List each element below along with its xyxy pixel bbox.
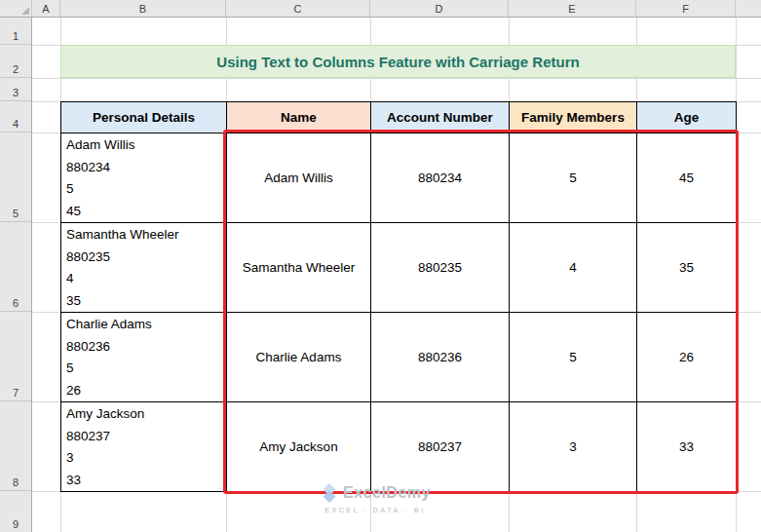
exceldemy-logo-icon (320, 482, 339, 504)
row-header-9[interactable]: 9 (0, 491, 31, 532)
watermark-tagline: EXCEL · DATA · BI (287, 507, 463, 513)
column-header-b[interactable]: B (60, 0, 226, 17)
column-header-f[interactable]: F (636, 0, 736, 17)
row-header-8[interactable]: 8 (0, 401, 31, 491)
cells-area: Using Text to Columns Feature with Carri… (32, 18, 761, 532)
row-header-4[interactable]: 4 (0, 101, 31, 133)
cell-personal-details-0[interactable]: Adam Willis 880234 5 45 (61, 133, 227, 223)
row-header-2[interactable]: 2 (0, 45, 31, 78)
table-header-personal-details[interactable]: Personal Details (61, 102, 227, 133)
column-header-a[interactable]: A (32, 0, 60, 17)
select-all-triangle-icon (21, 7, 29, 15)
column-header-d[interactable]: D (370, 0, 509, 17)
watermark: ExcelDemy EXCEL · DATA · BI (287, 482, 463, 513)
cell-personal-details-3[interactable]: Amy Jackson 880237 3 33 (61, 402, 227, 492)
cell-personal-details-1[interactable]: Samantha Wheeler 880235 4 35 (61, 223, 227, 313)
gridline (32, 78, 761, 79)
row-header-strip: 1 2 3 4 5 6 7 8 9 (0, 18, 32, 532)
column-header-c[interactable]: C (226, 0, 370, 17)
column-header-e[interactable]: E (509, 0, 636, 17)
cell-personal-details-2[interactable]: Charlie Adams 880236 5 26 (61, 313, 227, 402)
highlight-border (223, 130, 739, 494)
excel-worksheet: A B C D E F 1 2 3 4 5 6 7 8 9 (0, 0, 761, 532)
column-header-filler (736, 0, 761, 17)
row-header-7[interactable]: 7 (0, 312, 31, 401)
title-banner[interactable]: Using Text to Columns Feature with Carri… (60, 45, 736, 78)
row-header-1[interactable]: 1 (0, 18, 31, 45)
row-header-6[interactable]: 6 (0, 222, 31, 312)
column-header-strip: A B C D E F (0, 0, 761, 18)
select-all-corner[interactable] (0, 0, 32, 17)
watermark-brand: ExcelDemy (343, 485, 431, 501)
page-title: Using Text to Columns Feature with Carri… (216, 54, 579, 70)
row-header-3[interactable]: 3 (0, 78, 31, 101)
row-header-5[interactable]: 5 (0, 133, 31, 222)
